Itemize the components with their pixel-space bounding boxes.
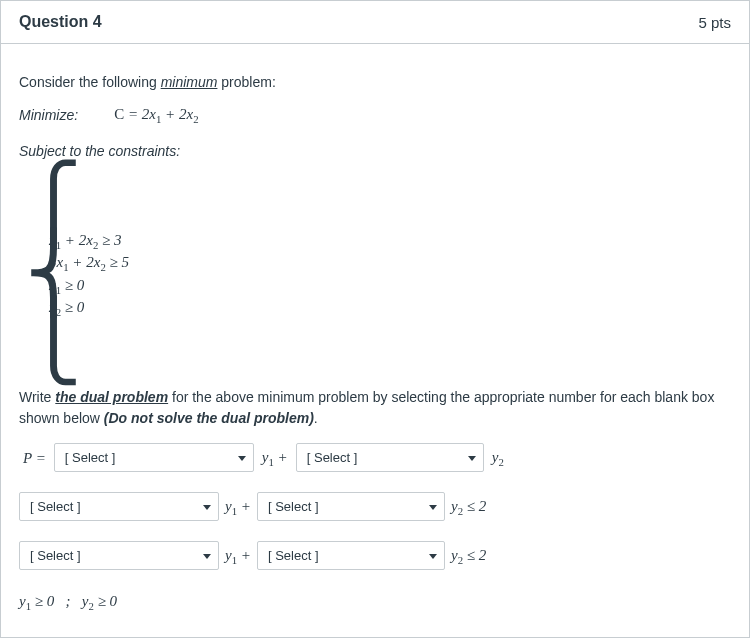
question-body: Consider the following minimum problem: … bbox=[1, 44, 749, 637]
instr-bold2: (Do not solve the dual problem) bbox=[104, 410, 314, 426]
constraint-block: ⎧⎨⎩ x1 + 2x2 ≥ 3 3x1 + 2x2 ≥ 5 x1 ≥ 0 x2… bbox=[25, 172, 731, 377]
dual-constraint-row-2: [ Select ] y1 + [ Select ] y2 ≤ 2 bbox=[19, 541, 731, 570]
select-p-coef-y2[interactable]: [ Select ] bbox=[296, 443, 484, 472]
instr-end: . bbox=[314, 410, 318, 426]
objective-function: C = 2x1 + 2x2 bbox=[114, 103, 198, 127]
question-card: Question 4 5 pts Consider the following … bbox=[0, 0, 750, 638]
objective-dual-row: P = [ Select ] y1 + [ Select ] y2 bbox=[19, 443, 731, 472]
y1-plus-label: y1 + bbox=[225, 495, 251, 519]
instr-pre: Write bbox=[19, 389, 55, 405]
brace-icon: ⎧⎨⎩ bbox=[25, 170, 43, 375]
select-c2-coef-y2[interactable]: [ Select ] bbox=[257, 541, 445, 570]
select-c1-coef-y1[interactable]: [ Select ] bbox=[19, 492, 219, 521]
question-header: Question 4 5 pts bbox=[1, 1, 749, 44]
dual-constraint-row-1: [ Select ] y1 + [ Select ] y2 ≤ 2 bbox=[19, 492, 731, 521]
y2-label: y2 bbox=[492, 446, 504, 470]
select-c1-coef-y2[interactable]: [ Select ] bbox=[257, 492, 445, 521]
instruction-line: Write the dual problem for the above min… bbox=[19, 387, 731, 429]
nonneg-row: y1 ≥ 0 ; y2 ≥ 0 bbox=[19, 590, 731, 614]
instr-bold: the dual problem bbox=[55, 389, 168, 405]
minimize-label: Minimize: bbox=[19, 105, 78, 126]
intro-line: Consider the following minimum problem: bbox=[19, 72, 731, 93]
y1-plus-label: y1 + bbox=[262, 446, 288, 470]
intro-text-end: problem: bbox=[217, 74, 275, 90]
intro-text-underline: minimum bbox=[161, 74, 218, 90]
subject-to-label: Subject to the constraints: bbox=[19, 141, 731, 162]
question-title: Question 4 bbox=[19, 13, 102, 31]
select-p-coef-y1[interactable]: [ Select ] bbox=[54, 443, 254, 472]
y2-le-2-label: y2 ≤ 2 bbox=[451, 544, 486, 568]
intro-text-pre: Consider the following bbox=[19, 74, 161, 90]
y2-le-2-label: y2 ≤ 2 bbox=[451, 495, 486, 519]
select-c2-coef-y1[interactable]: [ Select ] bbox=[19, 541, 219, 570]
minimize-row: Minimize: C = 2x1 + 2x2 bbox=[19, 103, 731, 127]
p-equals-label: P = bbox=[23, 447, 46, 470]
y1-plus-label: y1 + bbox=[225, 544, 251, 568]
question-points: 5 pts bbox=[698, 14, 731, 31]
